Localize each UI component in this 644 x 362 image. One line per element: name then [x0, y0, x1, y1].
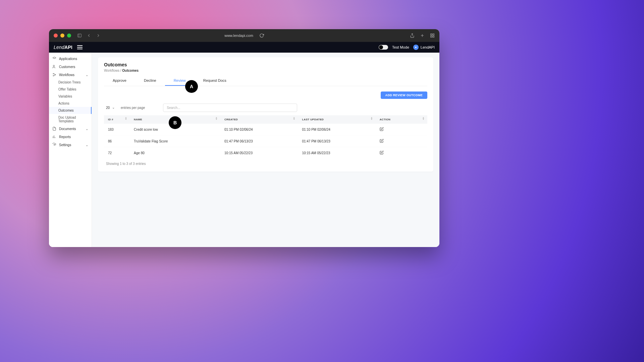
breadcrumb: Workflows / Outcomes: [104, 69, 427, 72]
sidebar-toggle-icon[interactable]: [77, 33, 82, 38]
page-title: Outcomes: [104, 62, 427, 67]
sidebar-item-customers[interactable]: Customers: [49, 63, 92, 71]
sidebar-item-workflows[interactable]: Workflows: [49, 71, 92, 79]
search-input[interactable]: [163, 104, 297, 112]
sidebar-item-documents[interactable]: Documents: [49, 125, 92, 133]
logo-text-light: Lend: [54, 45, 64, 50]
svg-point-10: [53, 65, 55, 67]
col-header[interactable]: ACTION▲▼: [376, 115, 427, 124]
close-window-icon[interactable]: [54, 34, 58, 38]
new-tab-icon[interactable]: [420, 33, 425, 38]
annotation-a: A: [185, 80, 198, 93]
sidebar-subitem-actions[interactable]: Actions: [49, 100, 92, 107]
tab-approve[interactable]: Approve: [104, 76, 135, 86]
sort-icon: ▲▼: [215, 117, 218, 120]
gear-icon: [52, 143, 56, 147]
cell-id: 183: [104, 124, 130, 135]
svg-marker-9: [53, 57, 56, 59]
logo-text-bold: API: [64, 45, 72, 50]
sort-icon: ▲▼: [293, 117, 295, 120]
chart-icon: [52, 135, 56, 139]
sidebar-item-reports[interactable]: Reports: [49, 133, 92, 141]
avatar: ●: [413, 45, 419, 50]
sidebar-subitem-offer-tables[interactable]: Offer Tables: [49, 86, 92, 93]
fullscreen-window-icon[interactable]: [67, 34, 71, 38]
tab-decline[interactable]: Decline: [135, 76, 165, 86]
sort-icon: ▲▼: [422, 117, 425, 120]
main-content: A B Outcomes Workflows / Outcomes Approv…: [92, 53, 439, 247]
sidebar-item-label: Applications: [59, 57, 77, 61]
table-row: 72Age 8010:15 AM 05/22/2310:15 AM 05/22/…: [104, 147, 427, 159]
annotation-b: B: [169, 116, 181, 129]
back-icon[interactable]: [87, 33, 91, 38]
cell-id: 72: [104, 147, 130, 159]
tabs: ApproveDeclineReviewRequest Docs: [104, 76, 427, 86]
edit-icon[interactable]: [380, 140, 384, 143]
sidebar: ApplicationsCustomersWorkflowsDecision T…: [49, 53, 92, 247]
svg-rect-7: [433, 36, 434, 37]
titlebar: www.lendapi.com: [49, 29, 439, 42]
url-text[interactable]: www.lendapi.com: [224, 34, 253, 38]
outcomes-table: ID #▲▼NAME▲▼CREATED▲▼LAST UPDATED▲▼ACTIO…: [104, 115, 427, 159]
logo: LendAPI: [54, 45, 72, 50]
svg-rect-8: [431, 36, 432, 37]
user-badge[interactable]: ● LendAPI: [413, 45, 435, 50]
breadcrumb-current: Outcomes: [122, 69, 139, 72]
sidebar-subitem-variables[interactable]: Variables: [49, 93, 92, 100]
sidebar-item-label: Reports: [59, 135, 71, 139]
user-label: LendAPI: [421, 45, 435, 49]
col-header[interactable]: ID #▲▼: [104, 115, 130, 124]
tab-request-docs[interactable]: Request Docs: [195, 76, 235, 86]
tab-overview-icon[interactable]: [430, 33, 435, 38]
outcomes-card: Outcomes Workflows / Outcomes ApproveDec…: [98, 57, 433, 172]
cell-id: 86: [104, 135, 130, 147]
sidebar-subitem-outcomes[interactable]: Outcomes: [49, 107, 92, 114]
col-header[interactable]: LAST UPDATED▲▼: [298, 115, 375, 124]
share-icon[interactable]: [410, 33, 415, 38]
sidebar-subitem-decision-trees[interactable]: Decision Trees: [49, 79, 92, 86]
test-mode-toggle[interactable]: [379, 45, 388, 50]
sidebar-item-label: Customers: [59, 65, 75, 69]
app-header: LendAPI Test Mode ● LendAPI: [49, 42, 439, 53]
sort-icon: ▲▼: [371, 117, 373, 120]
svg-point-17: [54, 144, 55, 145]
edit-icon[interactable]: [380, 128, 384, 132]
add-review-outcome-button[interactable]: ADD REVIEW OUTCOME: [381, 92, 427, 99]
sort-icon: ▲▼: [125, 117, 127, 120]
cell-updated: 01:10 PM 02/06/24: [298, 124, 375, 135]
svg-rect-6: [433, 34, 434, 35]
cell-updated: 01:47 PM 06/13/23: [298, 135, 375, 147]
col-header[interactable]: CREATED▲▼: [220, 115, 298, 124]
sidebar-item-settings[interactable]: Settings: [49, 141, 92, 149]
table-controls: 20 entries per page: [104, 104, 427, 112]
sidebar-item-label: Settings: [59, 143, 71, 147]
sidebar-item-label: Documents: [59, 127, 76, 131]
sidebar-subitem-doc-upload-templates[interactable]: Doc Upload Templates: [49, 114, 92, 125]
cell-name: Age 80: [130, 147, 220, 159]
cell-updated: 10:15 AM 05/22/23: [298, 147, 375, 159]
svg-rect-5: [431, 34, 432, 35]
table-row: 183Credit score low01:10 PM 02/06/2401:1…: [104, 124, 427, 135]
nav-collapse-icon[interactable]: [77, 45, 83, 49]
window-controls: [54, 34, 71, 38]
cell-created: 01:10 PM 02/06/24: [220, 124, 298, 135]
file-icon: [52, 127, 56, 131]
page-size-label: entries per page: [121, 106, 145, 110]
test-mode-label: Test Mode: [392, 45, 409, 49]
edit-icon[interactable]: [380, 152, 384, 155]
minimize-window-icon[interactable]: [60, 34, 64, 38]
reload-icon[interactable]: [259, 33, 264, 38]
table-footer: Showing 1 to 3 of 3 entries: [104, 162, 427, 166]
cell-created: 01:47 PM 06/13/23: [220, 135, 298, 147]
sidebar-item-applications[interactable]: Applications: [49, 55, 92, 63]
cell-name: TruValidate Flag Score: [130, 135, 220, 147]
breadcrumb-parent[interactable]: Workflows: [104, 69, 119, 72]
forward-icon[interactable]: [96, 33, 101, 38]
svg-rect-0: [78, 34, 82, 37]
page-size-select[interactable]: 20: [106, 106, 115, 110]
svg-point-12: [53, 75, 54, 76]
sidebar-item-label: Workflows: [59, 73, 74, 77]
cell-created: 10:15 AM 05/22/23: [220, 147, 298, 159]
branch-icon: [52, 73, 56, 77]
users-icon: [52, 65, 56, 69]
